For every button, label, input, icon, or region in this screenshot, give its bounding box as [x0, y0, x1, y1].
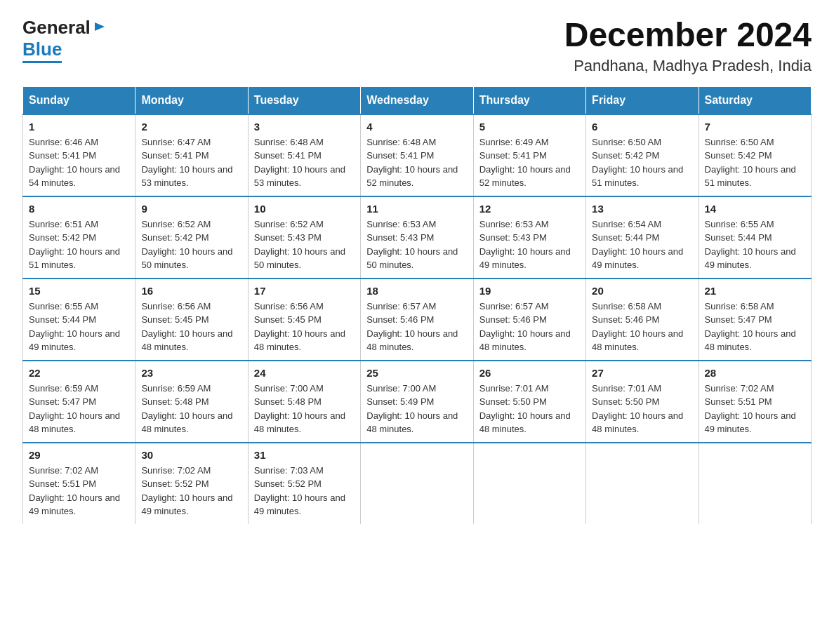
month-title: December 2024: [564, 17, 812, 54]
day-number: 10: [254, 203, 355, 215]
day-info: Sunrise: 6:56 AMSunset: 5:45 PMDaylight:…: [254, 300, 355, 354]
calendar-table: SundayMondayTuesdayWednesdayThursdayFrid…: [22, 86, 812, 524]
day-number: 26: [479, 367, 580, 379]
day-number: 13: [592, 203, 692, 215]
day-number: 31: [254, 449, 355, 461]
day-number: 4: [366, 121, 467, 133]
day-number: 25: [366, 367, 467, 379]
calendar-cell: 20Sunrise: 6:58 AMSunset: 5:46 PMDayligh…: [586, 279, 699, 361]
calendar-cell: [361, 443, 473, 524]
col-header-saturday: Saturday: [699, 86, 811, 114]
calendar-cell: [473, 443, 585, 524]
day-info: Sunrise: 6:47 AMSunset: 5:41 PMDaylight:…: [141, 135, 241, 190]
calendar-cell: 23Sunrise: 6:59 AMSunset: 5:48 PMDayligh…: [135, 361, 248, 443]
day-info: Sunrise: 6:48 AMSunset: 5:41 PMDaylight:…: [366, 135, 467, 190]
logo-general-text: General: [22, 17, 91, 39]
logo: General Blue: [22, 17, 107, 60]
day-info: Sunrise: 6:49 AMSunset: 5:41 PMDaylight:…: [479, 135, 580, 190]
calendar-cell: 18Sunrise: 6:57 AMSunset: 5:46 PMDayligh…: [361, 279, 473, 361]
day-info: Sunrise: 7:01 AMSunset: 5:50 PMDaylight:…: [592, 382, 692, 436]
calendar-cell: 30Sunrise: 7:02 AMSunset: 5:52 PMDayligh…: [135, 443, 248, 524]
day-number: 16: [141, 285, 241, 297]
calendar-cell: 15Sunrise: 6:55 AMSunset: 5:44 PMDayligh…: [23, 279, 135, 361]
calendar-week-row: 15Sunrise: 6:55 AMSunset: 5:44 PMDayligh…: [23, 279, 812, 361]
calendar-cell: 27Sunrise: 7:01 AMSunset: 5:50 PMDayligh…: [586, 361, 699, 443]
day-number: 29: [29, 449, 129, 461]
day-number: 2: [141, 121, 241, 133]
day-info: Sunrise: 6:59 AMSunset: 5:48 PMDaylight:…: [141, 382, 241, 436]
day-number: 22: [29, 367, 129, 379]
calendar-cell: 26Sunrise: 7:01 AMSunset: 5:50 PMDayligh…: [473, 361, 585, 443]
calendar-cell: 12Sunrise: 6:53 AMSunset: 5:43 PMDayligh…: [473, 196, 585, 279]
svg-marker-0: [95, 22, 105, 31]
day-number: 6: [592, 121, 692, 133]
day-number: 12: [479, 203, 580, 215]
day-number: 30: [141, 449, 241, 461]
day-info: Sunrise: 6:58 AMSunset: 5:46 PMDaylight:…: [592, 300, 692, 354]
day-info: Sunrise: 7:03 AMSunset: 5:52 PMDaylight:…: [254, 464, 355, 518]
day-info: Sunrise: 6:48 AMSunset: 5:41 PMDaylight:…: [254, 135, 355, 190]
calendar-week-row: 8Sunrise: 6:51 AMSunset: 5:42 PMDaylight…: [23, 196, 812, 279]
col-header-thursday: Thursday: [473, 86, 585, 114]
calendar-cell: 28Sunrise: 7:02 AMSunset: 5:51 PMDayligh…: [699, 361, 811, 443]
day-number: 23: [141, 367, 241, 379]
calendar-cell: 21Sunrise: 6:58 AMSunset: 5:47 PMDayligh…: [699, 279, 811, 361]
day-number: 28: [705, 367, 805, 379]
logo-arrow-icon: [93, 20, 106, 36]
day-info: Sunrise: 6:53 AMSunset: 5:43 PMDaylight:…: [479, 217, 580, 272]
calendar-cell: 25Sunrise: 7:00 AMSunset: 5:49 PMDayligh…: [361, 361, 473, 443]
calendar-cell: 4Sunrise: 6:48 AMSunset: 5:41 PMDaylight…: [361, 114, 473, 196]
day-info: Sunrise: 7:01 AMSunset: 5:50 PMDaylight:…: [479, 382, 580, 436]
calendar-cell: 16Sunrise: 6:56 AMSunset: 5:45 PMDayligh…: [135, 279, 248, 361]
day-number: 9: [141, 203, 241, 215]
calendar-cell: 22Sunrise: 6:59 AMSunset: 5:47 PMDayligh…: [23, 361, 135, 443]
day-info: Sunrise: 7:00 AMSunset: 5:48 PMDaylight:…: [254, 382, 355, 436]
day-info: Sunrise: 6:52 AMSunset: 5:43 PMDaylight:…: [254, 217, 355, 272]
calendar-week-row: 1Sunrise: 6:46 AMSunset: 5:41 PMDaylight…: [23, 114, 812, 196]
day-number: 24: [254, 367, 355, 379]
day-info: Sunrise: 6:52 AMSunset: 5:42 PMDaylight:…: [141, 217, 241, 272]
day-info: Sunrise: 6:54 AMSunset: 5:44 PMDaylight:…: [592, 217, 692, 272]
col-header-monday: Monday: [135, 86, 248, 114]
calendar-cell: 10Sunrise: 6:52 AMSunset: 5:43 PMDayligh…: [248, 196, 360, 279]
day-number: 8: [29, 203, 129, 215]
calendar-cell: 1Sunrise: 6:46 AMSunset: 5:41 PMDaylight…: [23, 114, 135, 196]
day-number: 18: [366, 285, 467, 297]
day-number: 21: [705, 285, 805, 297]
day-info: Sunrise: 6:51 AMSunset: 5:42 PMDaylight:…: [29, 217, 129, 272]
day-info: Sunrise: 7:02 AMSunset: 5:52 PMDaylight:…: [141, 464, 241, 518]
day-info: Sunrise: 6:58 AMSunset: 5:47 PMDaylight:…: [705, 300, 805, 354]
calendar-cell: 6Sunrise: 6:50 AMSunset: 5:42 PMDaylight…: [586, 114, 699, 196]
col-header-tuesday: Tuesday: [248, 86, 360, 114]
col-header-sunday: Sunday: [23, 86, 135, 114]
calendar-cell: 11Sunrise: 6:53 AMSunset: 5:43 PMDayligh…: [361, 196, 473, 279]
calendar-cell: 14Sunrise: 6:55 AMSunset: 5:44 PMDayligh…: [699, 196, 811, 279]
day-info: Sunrise: 6:57 AMSunset: 5:46 PMDaylight:…: [479, 300, 580, 354]
day-number: 14: [705, 203, 805, 215]
day-number: 15: [29, 285, 129, 297]
calendar-header-row: SundayMondayTuesdayWednesdayThursdayFrid…: [23, 86, 812, 114]
day-info: Sunrise: 6:50 AMSunset: 5:42 PMDaylight:…: [592, 135, 692, 190]
day-info: Sunrise: 6:50 AMSunset: 5:42 PMDaylight:…: [705, 135, 805, 190]
day-info: Sunrise: 6:55 AMSunset: 5:44 PMDaylight:…: [705, 217, 805, 272]
day-number: 1: [29, 121, 129, 133]
calendar-cell: 13Sunrise: 6:54 AMSunset: 5:44 PMDayligh…: [586, 196, 699, 279]
calendar-cell: [586, 443, 699, 524]
calendar-cell: [699, 443, 811, 524]
calendar-cell: 29Sunrise: 7:02 AMSunset: 5:51 PMDayligh…: [23, 443, 135, 524]
day-info: Sunrise: 6:53 AMSunset: 5:43 PMDaylight:…: [366, 217, 467, 272]
calendar-week-row: 29Sunrise: 7:02 AMSunset: 5:51 PMDayligh…: [23, 443, 812, 524]
day-number: 27: [592, 367, 692, 379]
logo-blue-text: Blue: [22, 39, 62, 63]
location-title: Pandhana, Madhya Pradesh, India: [564, 57, 812, 75]
day-number: 7: [705, 121, 805, 133]
calendar-cell: 9Sunrise: 6:52 AMSunset: 5:42 PMDaylight…: [135, 196, 248, 279]
day-info: Sunrise: 6:57 AMSunset: 5:46 PMDaylight:…: [366, 300, 467, 354]
calendar-week-row: 22Sunrise: 6:59 AMSunset: 5:47 PMDayligh…: [23, 361, 812, 443]
calendar-cell: 31Sunrise: 7:03 AMSunset: 5:52 PMDayligh…: [248, 443, 360, 524]
calendar-cell: 19Sunrise: 6:57 AMSunset: 5:46 PMDayligh…: [473, 279, 585, 361]
day-number: 5: [479, 121, 580, 133]
day-info: Sunrise: 6:59 AMSunset: 5:47 PMDaylight:…: [29, 382, 129, 436]
page-header: General Blue December 2024 Pandhana, Mad…: [22, 17, 812, 75]
calendar-cell: 5Sunrise: 6:49 AMSunset: 5:41 PMDaylight…: [473, 114, 585, 196]
